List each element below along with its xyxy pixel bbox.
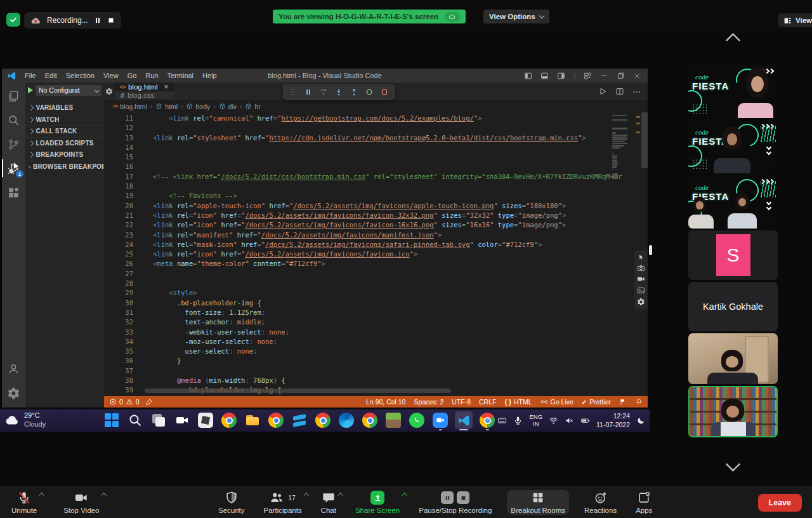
pause-recording-icon[interactable] xyxy=(441,491,454,504)
section-loaded-scripts[interactable]: LOADED SCRIPTS xyxy=(25,137,104,149)
status-crlf[interactable]: CRLF xyxy=(479,398,496,406)
language-indicator[interactable]: ENG IN xyxy=(529,414,542,428)
restore-button[interactable] xyxy=(617,72,625,80)
chevron-up-icon[interactable] xyxy=(338,493,343,498)
code-line-40[interactable]: 40 font-size: 3.5rem; xyxy=(104,395,648,396)
debug-pause-icon[interactable] xyxy=(304,88,313,96)
focus-assist-moon-icon[interactable] xyxy=(636,416,646,425)
more-actions-icon[interactable]: ⋯ xyxy=(632,87,641,96)
status-bell[interactable] xyxy=(635,398,643,406)
pause-recording-icon[interactable] xyxy=(94,17,102,24)
debug-stop-icon[interactable] xyxy=(380,88,389,96)
line-number[interactable]: 30 xyxy=(104,298,141,308)
video-tile-1[interactable]: codeFIESTA xyxy=(688,65,778,118)
scroll-up-chevron-icon[interactable] xyxy=(688,35,778,46)
launch-config-gear-icon[interactable] xyxy=(104,83,114,100)
settings-gear-icon[interactable] xyxy=(637,298,645,306)
code-line-23[interactable]: 23<link rel="manifest" href="/docs/5.2/a… xyxy=(104,230,648,240)
feedback-pen-icon[interactable] xyxy=(145,398,153,406)
toggle-panel-right-icon[interactable] xyxy=(557,72,565,80)
line-number[interactable]: 32 xyxy=(104,317,141,327)
breadcrumb-item-hr[interactable]: hr xyxy=(245,103,260,110)
line-number[interactable]: 31 xyxy=(104,308,141,317)
taskbar-start[interactable] xyxy=(103,411,121,429)
code-line-28[interactable]: 28 xyxy=(104,279,648,288)
line-number[interactable]: 15 xyxy=(104,152,141,162)
video-tile-7[interactable] xyxy=(688,386,778,437)
section-variables[interactable]: VARIABLES xyxy=(25,102,104,114)
code-line-36[interactable]: 36 } xyxy=(104,356,648,366)
line-number[interactable]: 25 xyxy=(104,249,141,259)
taskbar-chrome[interactable] xyxy=(361,411,379,429)
line-number[interactable]: 36 xyxy=(104,356,141,366)
debug-step-over-icon[interactable] xyxy=(319,88,328,96)
stop-recording-icon[interactable] xyxy=(107,17,115,24)
code-line-38[interactable]: 38 @media (min-width: 768px) { xyxy=(104,376,648,385)
split-editor-icon[interactable] xyxy=(615,87,624,96)
chevron-up-icon[interactable] xyxy=(39,493,44,498)
video-tile-2[interactable]: codeFIESTA xyxy=(688,120,778,173)
debug-config-dropdown[interactable]: No Configurat xyxy=(36,85,102,96)
volume-muted-icon[interactable] xyxy=(565,416,574,425)
chevron-up-icon[interactable] xyxy=(304,493,309,498)
line-number[interactable]: 27 xyxy=(104,269,141,279)
reactions-button[interactable]: Reactions xyxy=(580,490,620,515)
wifi-icon[interactable] xyxy=(549,416,558,425)
line-number[interactable]: 13 xyxy=(104,133,141,143)
code-line-32[interactable]: 32 text-anchor: middle; xyxy=(104,317,648,327)
video-tile-6[interactable] xyxy=(688,333,778,384)
line-number[interactable]: 40 xyxy=(104,395,141,396)
code-line-20[interactable]: 20<link rel="apple-touch-icon" href="/do… xyxy=(104,201,648,211)
activity-extensions[interactable] xyxy=(2,182,25,203)
debug-drag-handle-icon[interactable] xyxy=(289,88,298,96)
view-button[interactable]: View xyxy=(778,13,812,27)
view-options-button[interactable]: View Options xyxy=(483,10,549,23)
line-number[interactable]: 33 xyxy=(104,328,141,337)
status-ln-90-col-10[interactable]: Ln 90, Col 10 xyxy=(366,398,405,406)
line-number[interactable]: 29 xyxy=(104,288,141,298)
battery-icon[interactable] xyxy=(580,416,590,425)
code-line-24[interactable]: 24<link rel="mask-icon" href="/docs/5.2/… xyxy=(104,240,648,249)
chat-button[interactable]: Chat xyxy=(317,490,340,515)
code-line-22[interactable]: 22<link rel="icon" href="/docs/5.2/asset… xyxy=(104,220,648,230)
activity-explorer[interactable] xyxy=(2,85,25,107)
start-debug-icon[interactable] xyxy=(28,87,33,93)
section-breakpoints[interactable]: BREAKPOINTS xyxy=(25,149,104,161)
taskbar-whatsapp[interactable] xyxy=(408,411,426,429)
status-flag[interactable] xyxy=(619,398,627,406)
menu-selection[interactable]: Selection xyxy=(62,72,99,79)
line-number[interactable]: 16 xyxy=(104,162,141,171)
share-screen-button[interactable]: Share Screen xyxy=(351,490,403,515)
taskbar-chrome[interactable] xyxy=(314,411,332,429)
tab-blog-html[interactable]: <>blog.html× xyxy=(114,83,174,91)
menu-file[interactable]: File xyxy=(20,72,41,79)
microphone-tray-icon[interactable] xyxy=(513,416,523,425)
taskbar-edge[interactable] xyxy=(337,411,355,429)
minimap[interactable] xyxy=(612,115,627,180)
run-file-icon[interactable] xyxy=(598,87,607,96)
activity-source-control[interactable] xyxy=(2,133,25,155)
code-line-27[interactable]: 27 xyxy=(104,269,648,279)
tray-overflow-icon[interactable] xyxy=(487,418,492,423)
status-prettier[interactable]: ✓Prettier xyxy=(582,398,611,406)
panel-resize-handle[interactable] xyxy=(649,245,652,255)
video-tile-4[interactable]: S xyxy=(688,230,778,280)
code-line-33[interactable]: 33 -webkit-user-select: none; xyxy=(104,328,648,337)
screenshot-camera-icon[interactable] xyxy=(637,264,645,272)
status-go-live[interactable]: Go Live xyxy=(540,398,573,406)
taskbar-roblox[interactable] xyxy=(197,411,214,429)
code-line-15[interactable]: 15 xyxy=(104,152,648,162)
line-number[interactable]: 20 xyxy=(104,201,141,211)
code-line-26[interactable]: 26<meta name="theme-color" content="#712… xyxy=(104,259,648,269)
minimize-button[interactable] xyxy=(600,72,608,80)
video-tile-3[interactable]: codeFIESTA xyxy=(688,175,778,229)
code-line-29[interactable]: 29 <style> xyxy=(104,288,648,298)
line-number[interactable]: 21 xyxy=(104,211,141,220)
code-line-25[interactable]: 25<link rel="icon" href="/docs/5.2/asset… xyxy=(104,249,648,259)
cloud-icon[interactable] xyxy=(445,12,460,22)
breadcrumb-item-blog-html[interactable]: <>blog.html xyxy=(113,103,147,110)
line-number[interactable]: 39 xyxy=(104,385,141,395)
line-number[interactable]: 34 xyxy=(104,337,141,347)
video-tile-5[interactable]: Kartik Gokhale xyxy=(688,282,778,331)
tab-blog-css[interactable]: #blog.css xyxy=(114,91,174,99)
